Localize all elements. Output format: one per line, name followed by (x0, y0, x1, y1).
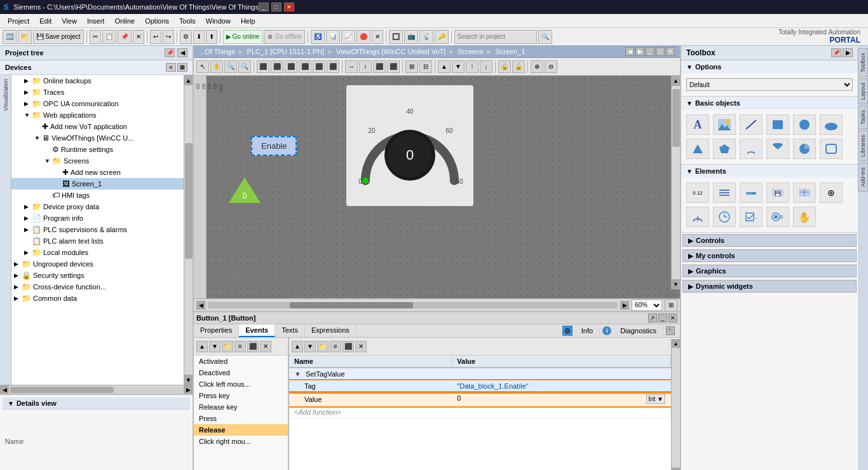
editor-nav-back[interactable]: ◀ (625, 47, 634, 56)
tree-item-plc-alarm-texts[interactable]: 📋 PLC alarm text lists (11, 235, 184, 247)
menu-tools[interactable]: Tools (174, 16, 201, 26)
delete-button[interactable]: ✕ (133, 30, 144, 44)
tree-item-cross-device[interactable]: ▶ 📁 Cross-device function... (11, 281, 184, 293)
event-click-left[interactable]: Click left mous... (194, 378, 288, 390)
scroll-right[interactable]: ▶ (184, 385, 193, 394)
options-dropdown[interactable]: Default (686, 78, 853, 91)
toolbox-section-elements-header[interactable]: ▼ Elements (681, 165, 858, 177)
toolbox-text[interactable]: A (686, 114, 709, 135)
select-tool[interactable]: ↖ (196, 60, 209, 73)
more-btn-1[interactable]: 📊 (326, 30, 340, 44)
event-move-up[interactable]: ▲ (196, 341, 208, 352)
info-icon-btn[interactable]: i (602, 326, 611, 335)
bring-front[interactable]: ▲ (438, 60, 451, 73)
cut-button[interactable]: ✂ (90, 30, 101, 44)
row-value-tag[interactable]: "Data_block_1.Enable" (452, 380, 671, 392)
more-btn-6[interactable]: 📺 (404, 30, 418, 44)
toolbox-polygon[interactable] (713, 139, 736, 159)
ungroup-btn[interactable]: ⊟ (419, 60, 432, 73)
toolbox-line[interactable] (740, 114, 763, 135)
toolbox-arc[interactable] (740, 139, 763, 159)
redo-button[interactable]: ↪ (163, 30, 174, 44)
scroll-up[interactable]: ▲ (184, 75, 193, 85)
paste-button[interactable]: 📌 (118, 30, 132, 44)
more-btn-7[interactable]: 📡 (419, 30, 433, 44)
toolbox-expand[interactable]: ▶ (843, 48, 853, 57)
tree-item-screen1[interactable]: 🖼 Screen_1 (11, 178, 184, 190)
toolbox-radio[interactable] (766, 207, 789, 227)
scroll-down[interactable]: ▼ (184, 375, 193, 385)
menu-window[interactable]: Window (201, 16, 236, 26)
detail-delete[interactable]: ✕ (355, 341, 367, 352)
toolbox-ellipse[interactable] (820, 114, 843, 135)
copy-button[interactable]: 📋 (102, 30, 116, 44)
tree-item-program-info[interactable]: ▶ 📄 Program info (11, 212, 184, 224)
gauge-widget[interactable]: 0 0 20 40 60 50 (346, 85, 473, 207)
int-type-dropdown[interactable]: Int ▼ (646, 394, 665, 404)
same-width[interactable]: ⬛ (373, 60, 386, 73)
props-close[interactable]: ✕ (668, 314, 677, 322)
toolbox-text-list[interactable] (713, 183, 736, 203)
tree-item-device-proxy[interactable]: ▶ 📁 Device proxy data (11, 201, 184, 212)
tree-item-local-modules[interactable]: ▶ 📁 Local modules (11, 247, 184, 258)
menu-edit[interactable]: Edit (34, 16, 57, 26)
toolbox-button[interactable]: ⊕ (820, 183, 843, 203)
props-diag-icon[interactable]: 🔧 (666, 326, 675, 335)
align-right[interactable]: ⬛ (285, 60, 297, 73)
more-btn-3[interactable]: 🔴 (356, 30, 370, 44)
devices-tile-view[interactable]: ⊞ (177, 63, 187, 72)
tree-scrollbar[interactable]: ▲ ▼ (184, 75, 193, 385)
close-button[interactable]: ✕ (284, 3, 294, 11)
right-tab-tasks[interactable]: Tasks (858, 106, 868, 129)
tree-item-web-apps[interactable]: ▼ 📁 Web applications (11, 109, 184, 121)
event-release-key[interactable]: Release key (194, 401, 288, 413)
toolbox-clock[interactable] (713, 207, 736, 227)
toolbox-checkbox[interactable]: — (740, 207, 763, 227)
minimize-button[interactable]: _ (259, 3, 269, 11)
toolbox-triangle[interactable] (686, 139, 709, 159)
right-tab-layout[interactable]: Layout (858, 78, 868, 104)
tab-diagnostics[interactable]: Diagnostics (614, 325, 663, 336)
event-add[interactable]: 📁 (222, 341, 233, 352)
canvas-scroll-thumb[interactable] (672, 89, 680, 147)
table-row-add-function[interactable]: <Add function> (289, 406, 671, 418)
search-button[interactable]: 🔍 (538, 30, 552, 44)
upload-button[interactable]: ⬆ (206, 30, 217, 44)
zoom-in-tool[interactable]: 🔍 (224, 60, 237, 73)
distribute-h[interactable]: ↔ (345, 60, 358, 73)
go-online-button[interactable]: ▶ Go online (223, 30, 263, 44)
bring-forward[interactable]: ↑ (466, 60, 478, 73)
canvas-vscrollbar[interactable]: ▲ ▼ (671, 76, 680, 289)
tree-item-online-backups[interactable]: ▶ 📁 Online backups (11, 75, 184, 86)
more-btn-4[interactable]: ✕ (372, 30, 383, 44)
expand-icon[interactable]: ▼ (294, 370, 301, 378)
menu-options[interactable]: Options (140, 16, 174, 26)
toolbox-section-controls[interactable]: ▶ Controls (682, 234, 857, 247)
accessibility-button[interactable]: ♿ (311, 30, 325, 44)
detail-more[interactable]: ⬛ (342, 341, 354, 352)
maximize-button[interactable]: □ (271, 3, 281, 11)
download-button[interactable]: ⬇ (193, 30, 205, 44)
toolbox-section-options-header[interactable]: ▼ Options (681, 60, 858, 73)
menu-insert[interactable]: Insert (82, 16, 110, 26)
editor-close[interactable]: ✕ (666, 47, 675, 56)
align-middle[interactable]: ⬛ (313, 60, 325, 73)
undo-button[interactable]: ↩ (150, 30, 161, 44)
open-project-button[interactable]: 📂 (18, 30, 32, 44)
event-deactivated[interactable]: Deactived (194, 367, 288, 378)
distribute-v[interactable]: ↕ (359, 60, 372, 73)
toolbox-sector[interactable] (766, 139, 789, 159)
right-tab-libraries[interactable]: Libraries (858, 130, 868, 162)
tab-events[interactable]: Events (239, 324, 275, 337)
tree-hscrollbar[interactable]: ◀ ▶ (0, 385, 193, 394)
send-back[interactable]: ▼ (452, 60, 465, 73)
tree-item-viewofthings[interactable]: ▼ 🖥 ViewOfThings [WinCC U... (11, 132, 184, 144)
tab-expressions[interactable]: Expressions (305, 324, 356, 337)
scroll-thumb[interactable] (185, 143, 193, 259)
new-project-button[interactable]: 🆕 (3, 30, 17, 44)
more-btn-2[interactable]: 📈 (341, 30, 355, 44)
menu-help[interactable]: Help (236, 16, 261, 26)
project-tree-close[interactable]: ◀ (177, 48, 187, 57)
events-vscrollbar[interactable]: ▲ ▼ (671, 339, 680, 470)
toolbox-section-basic-header[interactable]: ▼ Basic objects (681, 97, 858, 109)
